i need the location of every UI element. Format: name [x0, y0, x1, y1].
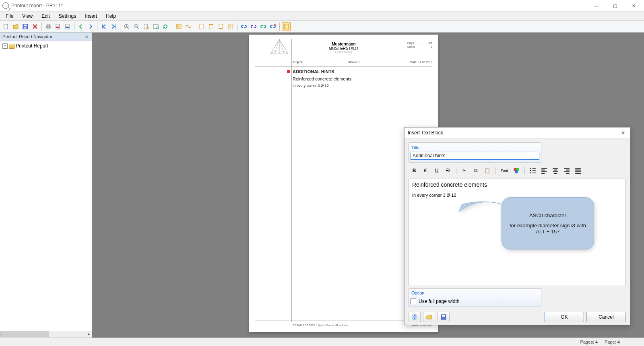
italic-icon[interactable]: K [421, 166, 430, 175]
format-toolbar: B K U Đ ✂ ⧉ 📋 Font [409, 165, 626, 176]
strike-icon[interactable]: Đ [443, 166, 453, 175]
nav-next-icon[interactable] [86, 22, 95, 31]
tree-root[interactable]: Printout Report [16, 43, 48, 49]
copy-icon[interactable]: ⧉ [471, 166, 481, 175]
svg-point-32 [530, 170, 531, 171]
save-text-button[interactable] [438, 312, 450, 322]
bullets-icon[interactable] [528, 166, 538, 175]
app-icon [2, 2, 9, 9]
insert-text-block-dialog: Insert Text Block ✕ Title B K U Đ ✂ ⧉ 📋 [404, 127, 630, 325]
load-text-button[interactable] [423, 312, 435, 322]
paste-icon[interactable]: 📋 [482, 166, 492, 175]
minimize-button[interactable]: — [592, 2, 601, 9]
menu-file[interactable]: File [2, 12, 17, 20]
svg-rect-21 [209, 24, 213, 25]
export-rtf-icon[interactable] [63, 22, 72, 31]
page-company-city: MUSTERSTADT [329, 46, 359, 51]
zoom-out-icon[interactable] [132, 22, 141, 31]
maximize-button[interactable]: ▢ [610, 2, 620, 9]
window-title: Printout report - PR1: 1* [11, 3, 63, 8]
close-window-button[interactable]: ✕ [629, 2, 638, 9]
export-pdf-icon[interactable] [54, 22, 62, 31]
help-button[interactable]: ? [409, 312, 421, 322]
align-center-icon[interactable] [551, 166, 560, 175]
ok-button[interactable]: OK [545, 312, 584, 322]
nav-prev-icon[interactable] [76, 22, 85, 31]
page-contents-icon[interactable] [226, 22, 235, 31]
title-input[interactable] [411, 152, 539, 160]
dialog-close-icon[interactable]: ✕ [619, 129, 627, 136]
link1-icon[interactable] [239, 22, 248, 31]
svg-point-31 [530, 168, 531, 169]
menu-help[interactable]: Help [102, 12, 120, 20]
navigator-title: Printout Report Navigator [2, 34, 52, 39]
align-right-icon[interactable] [562, 166, 572, 175]
save-icon[interactable] [21, 22, 30, 31]
svg-rect-10 [66, 27, 69, 28]
page-footer-icon[interactable] [217, 22, 225, 31]
delete-icon[interactable] [31, 22, 39, 31]
zoom-in-icon[interactable] [122, 22, 131, 31]
editor-heading: Reinforced concrete elements [412, 181, 622, 188]
toggle-navigator-icon[interactable] [282, 22, 291, 31]
svg-point-18 [178, 26, 179, 27]
svg-rect-27 [284, 24, 285, 29]
svg-rect-19 [200, 24, 203, 29]
menu-settings[interactable]: Settings [55, 12, 80, 20]
cut-icon[interactable]: ✂ [460, 166, 469, 175]
text-editor[interactable]: Reinforced concrete elements In every co… [409, 179, 626, 286]
report-canvas[interactable]: Mustermann MUSTERSTADT 0000000000 Page4/… [92, 33, 644, 338]
svg-rect-5 [47, 24, 50, 26]
nav-last-icon[interactable] [109, 22, 118, 31]
full-width-checkbox[interactable]: Use full page width [411, 299, 539, 304]
page-insertion-marker [287, 70, 290, 73]
page-model-value: 1 [358, 61, 360, 64]
svg-rect-3 [24, 27, 27, 29]
menu-edit[interactable]: Edit [37, 12, 54, 20]
zoom-fit-icon[interactable] [151, 22, 160, 31]
link2-icon[interactable] [249, 22, 258, 31]
refresh-icon[interactable] [161, 22, 170, 31]
menu-insert[interactable]: Insert [81, 12, 101, 20]
new-icon[interactable] [2, 22, 10, 31]
print-icon[interactable] [44, 22, 53, 31]
page-date-value: 17.05.2019 [418, 61, 432, 64]
navigator-tree[interactable]: −Printout Report Contents −RSTAB Model -… [0, 41, 92, 331]
svg-point-33 [530, 172, 531, 173]
cancel-button[interactable]: Cancel [586, 312, 626, 322]
svg-text:?: ? [413, 315, 416, 319]
page-model-label: Model: [349, 61, 358, 64]
dialog-section-title: Title [411, 144, 539, 152]
page-header-icon[interactable] [207, 22, 216, 31]
svg-rect-23 [219, 28, 223, 29]
insert-image-icon[interactable] [174, 22, 183, 31]
link4-icon[interactable] [268, 22, 277, 31]
font-button[interactable]: Font [499, 166, 510, 175]
menu-bar: File View Edit Settings Insert Help [0, 12, 644, 21]
align-justify-icon[interactable] [573, 166, 583, 175]
navigator-header: Printout Report Navigator ✕ [0, 33, 92, 41]
underline-icon[interactable]: U [432, 166, 442, 175]
svg-rect-6 [47, 27, 50, 29]
svg-rect-17 [176, 25, 181, 29]
bold-icon[interactable]: B [409, 166, 419, 175]
page-project-label: Project: [293, 61, 303, 64]
navigator-hscrollbar[interactable]: ◂▸ [0, 331, 92, 338]
open-icon[interactable] [11, 22, 20, 31]
color-icon[interactable] [512, 166, 521, 175]
main-toolbar [0, 21, 644, 33]
status-page-current: Page: 4 [601, 338, 644, 346]
nav-first-icon[interactable] [99, 22, 108, 31]
page-page-value: 4/4 [428, 41, 432, 44]
page-page-label: Page [407, 41, 414, 44]
insert-link-icon[interactable] [184, 22, 193, 31]
align-left-icon[interactable] [539, 166, 549, 175]
menu-view[interactable]: View [18, 12, 37, 20]
link3-icon[interactable] [259, 22, 268, 31]
zoom-page-icon[interactable] [142, 22, 151, 31]
page-setup-icon[interactable] [197, 22, 206, 31]
page-company-name: Mustermann [329, 42, 359, 46]
page-logo-icon [267, 39, 291, 57]
page-line1: Reinforced concrete elements [293, 76, 432, 81]
navigator-close-icon[interactable]: ✕ [84, 34, 89, 39]
